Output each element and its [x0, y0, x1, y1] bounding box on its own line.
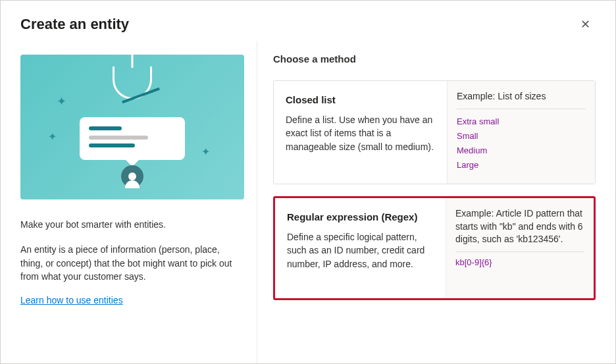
example-label-regex: Example: Article ID pattern that starts … — [455, 207, 584, 252]
choose-method-title: Choose a method — [273, 53, 596, 65]
method-desc-regex: Define a specific logical pattern, such … — [287, 230, 434, 271]
description-text: An entity is a piece of information (per… — [20, 243, 237, 283]
list-item: Extra small — [457, 115, 586, 129]
regex-pattern: kb[0-9]{6} — [455, 257, 584, 267]
example-label-closed-list: Example: List of sizes — [457, 90, 586, 109]
method-closed-list[interactable]: Closed list Define a list. Use when you … — [273, 80, 596, 184]
list-item: Small — [457, 129, 586, 143]
learn-link[interactable]: Learn how to use entities — [20, 295, 123, 305]
close-button[interactable]: ✕ — [575, 14, 596, 35]
list-item: Large — [457, 158, 586, 172]
method-regex[interactable]: Regular expression (Regex) Define a spec… — [273, 196, 596, 300]
intro-text: Make your bot smarter with entities. — [20, 218, 237, 231]
entity-illustration: ✦ ✦ ✦ — [20, 55, 244, 199]
list-item: Medium — [457, 143, 586, 158]
method-title-regex: Regular expression (Regex) — [287, 211, 434, 222]
dialog-title: Create an entity — [20, 16, 129, 33]
close-icon: ✕ — [580, 17, 590, 32]
method-title-closed-list: Closed list — [286, 94, 435, 105]
method-desc-closed-list: Define a list. Use when you have an exac… — [286, 113, 435, 153]
info-panel: ✦ ✦ ✦ Make your bot smarter with entitie… — [1, 41, 257, 364]
